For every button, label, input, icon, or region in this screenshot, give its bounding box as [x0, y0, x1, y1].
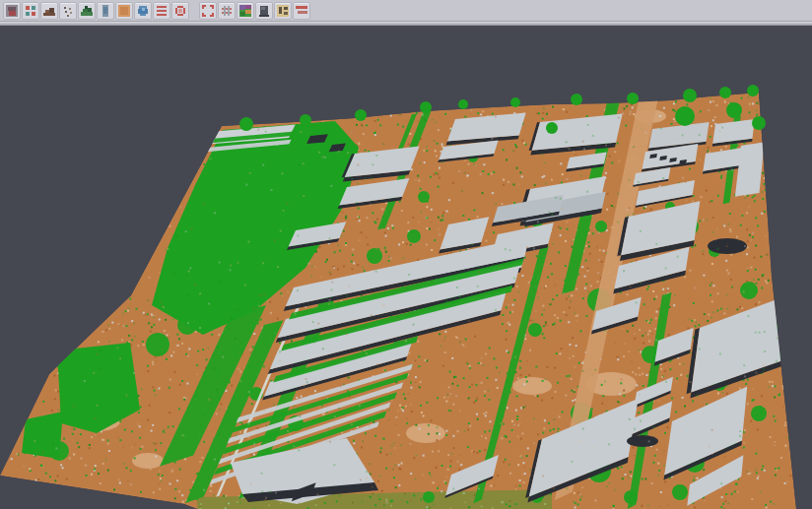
globe-3d-icon — [135, 3, 151, 19]
ortho-view-icon — [116, 3, 132, 19]
toolbar-button-point-cloud[interactable] — [59, 2, 77, 20]
terrain-vegetation-icon — [79, 3, 95, 19]
toolbar-button-coordinates-xy[interactable] — [274, 2, 292, 20]
toolbar-button-shaded-sphere[interactable] — [255, 2, 273, 20]
toolbar-button-rotate-view[interactable] — [3, 2, 21, 20]
grid-icon — [219, 3, 235, 19]
point-cloud-icon — [60, 3, 76, 19]
shaded-sphere-icon — [256, 3, 272, 19]
toolbar-button-measure-lines[interactable] — [293, 2, 310, 20]
layers-icon — [154, 3, 169, 19]
profile-view-icon — [98, 3, 113, 19]
viewport-3d[interactable] — [0, 26, 812, 509]
toolbar-button-zoom-extents[interactable] — [199, 2, 217, 20]
app-window — [0, 0, 812, 509]
toolbar-separator — [189, 2, 198, 20]
toolbar-button-layers[interactable] — [153, 2, 170, 20]
measure-lines-icon — [294, 3, 309, 19]
coordinates-xy-icon — [275, 3, 291, 19]
toolbar-button-ortho-view[interactable] — [115, 2, 133, 20]
toolbar-button-terrain-vegetation[interactable] — [78, 2, 96, 20]
toolbar — [0, 0, 812, 21]
toolbar-button-grid[interactable] — [218, 2, 236, 20]
settings-target-icon — [172, 3, 188, 19]
toolbar-button-globe-3d[interactable] — [134, 2, 152, 20]
tin-surface-icon — [41, 3, 57, 19]
toolbar-button-classification-colors[interactable] — [237, 2, 254, 20]
zoom-extents-icon — [200, 3, 216, 19]
toolbar-button-profile-view[interactable] — [97, 2, 114, 20]
toolbar-button-tin-surface[interactable] — [40, 2, 58, 20]
toolbar-button-settings-target[interactable] — [171, 2, 189, 20]
classify-points-icon — [23, 3, 38, 19]
point-cloud-scene — [0, 26, 812, 509]
toolbar-button-classify-points[interactable] — [22, 2, 39, 20]
rotate-view-icon — [4, 3, 20, 19]
classification-colors-icon — [237, 3, 253, 19]
